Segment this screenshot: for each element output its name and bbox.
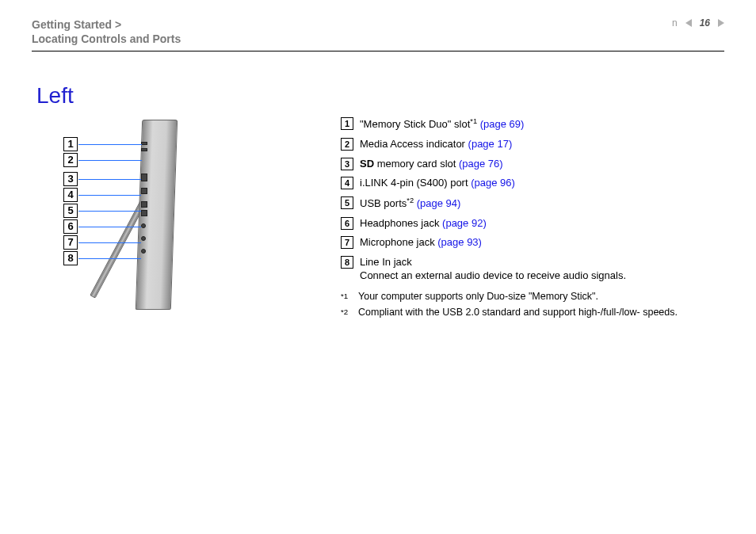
lead-line — [78, 258, 141, 259]
callout-7: 7 — [63, 235, 78, 250]
header-divider — [32, 51, 724, 51]
legend-item: 7Microphone jack (page 93) — [341, 235, 724, 250]
legend-text: "Memory Stick Duo" slot*1 (page 69) — [360, 116, 724, 132]
legend-item: 4i.LINK 4-pin (S400) port (page 96) — [341, 176, 724, 190]
footnote-text: Compliant with the USB 2.0 standard and … — [358, 307, 678, 318]
lead-line — [78, 227, 141, 227]
callout-4: 4 — [63, 188, 78, 202]
footnote-mark: *1 — [341, 291, 358, 302]
legend-pre: Microphone jack — [360, 236, 437, 248]
legend-item: 6Headphones jack (page 92) — [341, 216, 724, 231]
legend-text: Headphones jack (page 92) — [360, 216, 724, 231]
port-ilink — [141, 188, 147, 194]
page-link[interactable]: (page 92) — [442, 217, 487, 229]
diagram-column: 1 2 3 4 5 6 7 8 — [32, 116, 285, 322]
lead-line — [78, 160, 142, 161]
legend-item: 2Media Access indicator (page 17) — [341, 137, 724, 151]
page-link[interactable]: (page 17) — [468, 138, 513, 150]
footnote-text: Your computer supports only Duo-size "Me… — [358, 291, 598, 302]
callout-1: 1 — [63, 137, 78, 151]
page-nav: n 16 — [672, 17, 724, 29]
legend-text: Microphone jack (page 93) — [360, 235, 724, 250]
legend-item: 5USB ports*2 (page 94) — [341, 196, 724, 211]
legend-list: 1"Memory Stick Duo" slot*1 (page 69)2Med… — [341, 116, 724, 283]
lead-line — [78, 211, 141, 212]
page-link[interactable]: (page 69) — [480, 119, 525, 131]
footnote: *2Compliant with the USB 2.0 standard an… — [341, 307, 724, 318]
page-number: 16 — [700, 17, 710, 29]
section-title: Left — [36, 83, 724, 109]
legend-pre: Headphones jack — [360, 217, 442, 229]
legend-number: 3 — [341, 158, 353, 170]
page-header: Getting Started > Locating Controls and … — [32, 17, 724, 46]
next-page-icon[interactable] — [718, 19, 724, 27]
legend-number: 4 — [341, 177, 353, 189]
callout-6: 6 — [63, 219, 78, 234]
callout-3: 3 — [63, 172, 78, 186]
page-link[interactable]: (page 94) — [417, 197, 461, 209]
legend-bold: SD — [360, 158, 374, 170]
page-link[interactable]: (page 96) — [471, 177, 515, 189]
letter-n: n — [672, 17, 678, 29]
legend-number: 1 — [341, 117, 353, 130]
legend-text: USB ports*2 (page 94) — [360, 196, 724, 211]
legend-item: 1"Memory Stick Duo" slot*1 (page 69) — [341, 116, 724, 132]
legend-pre: "Memory Stick Duo" slot — [360, 119, 470, 131]
port-media-access — [141, 148, 147, 151]
legend-item: 8Line In jackConnect an external audio d… — [341, 255, 724, 283]
page-link[interactable]: (page 76) — [459, 158, 503, 170]
legend-pre: Line In jack — [360, 256, 412, 268]
legend-post: memory card slot — [374, 158, 459, 170]
legend-number: 7 — [341, 236, 353, 249]
footnote-list: *1Your computer supports only Duo-size "… — [341, 291, 724, 318]
device-diagram: 1 2 3 4 5 6 7 8 — [48, 116, 285, 315]
legend-text: i.LINK 4-pin (S400) port (page 96) — [360, 176, 724, 190]
port-sd — [141, 174, 147, 181]
legend-number: 2 — [341, 138, 353, 151]
legend-text: SD memory card slot (page 76) — [360, 157, 724, 171]
legend-description: Connect an external audio device to rece… — [360, 269, 724, 283]
footnote-ref: *1 — [470, 117, 477, 125]
footnote-ref: *2 — [407, 196, 414, 204]
legend-number: 8 — [341, 256, 353, 269]
legend-pre: USB ports — [360, 197, 407, 209]
callout-8: 8 — [63, 251, 78, 265]
page-link[interactable]: (page 93) — [437, 236, 482, 248]
port-memory-stick — [141, 142, 147, 145]
breadcrumb-line-2: Locating Controls and Ports — [32, 32, 181, 46]
legend-column: 1"Memory Stick Duo" slot*1 (page 69)2Med… — [341, 116, 724, 322]
lead-line — [78, 144, 142, 145]
port-usb-b — [141, 210, 147, 216]
callout-2: 2 — [63, 153, 78, 167]
legend-number: 6 — [341, 217, 353, 230]
lead-line — [78, 195, 141, 196]
legend-text: Line In jackConnect an external audio de… — [360, 255, 724, 283]
prev-page-icon[interactable] — [685, 19, 692, 27]
lead-line — [78, 179, 141, 180]
breadcrumb-line-1: Getting Started > — [32, 17, 181, 32]
callout-5: 5 — [63, 204, 78, 218]
legend-text: Media Access indicator (page 17) — [360, 137, 724, 151]
footnote-mark: *2 — [341, 307, 358, 318]
legend-number: 5 — [341, 196, 353, 209]
footnote: *1Your computer supports only Duo-size "… — [341, 291, 724, 302]
content-row: 1 2 3 4 5 6 7 8 1"Memory Stick Duo" slot… — [32, 116, 724, 322]
breadcrumb: Getting Started > Locating Controls and … — [32, 17, 181, 46]
legend-item: 3SD memory card slot (page 76) — [341, 157, 724, 171]
legend-pre: Media Access indicator — [360, 138, 468, 150]
lead-line — [78, 242, 141, 243]
port-usb-a — [141, 201, 147, 208]
legend-pre: i.LINK 4-pin (S400) port — [360, 177, 471, 189]
